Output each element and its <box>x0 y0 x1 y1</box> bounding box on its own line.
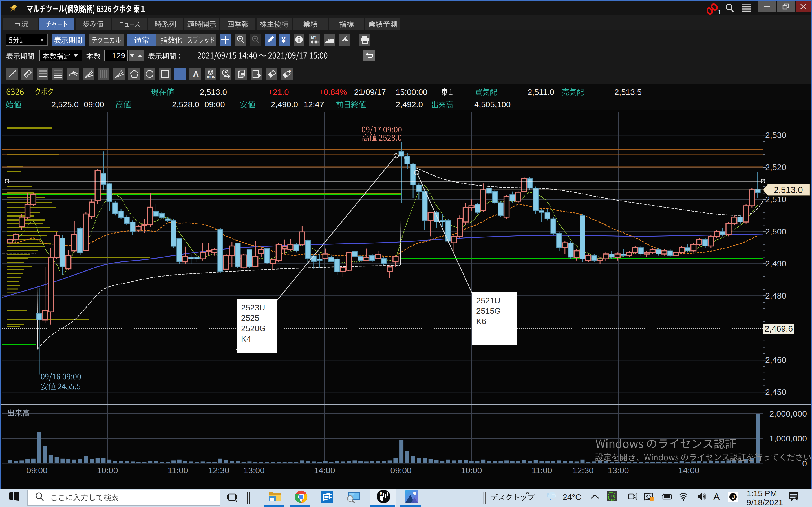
svg-text:2,460: 2,460 <box>765 355 786 364</box>
svg-text:2,513.0: 2,513.0 <box>774 185 803 195</box>
svg-text:2,510: 2,510 <box>765 194 786 204</box>
svg-text:12:30: 12:30 <box>208 466 229 475</box>
svg-text:2515G: 2515G <box>476 306 501 316</box>
svg-text:11:00: 11:00 <box>532 466 552 475</box>
svg-text:09:00: 09:00 <box>26 466 47 475</box>
svg-text:2,500: 2,500 <box>765 227 786 236</box>
svg-text:2,000,000: 2,000,000 <box>769 409 807 418</box>
svg-text:14:00: 14:00 <box>678 466 699 475</box>
svg-text:10:00: 10:00 <box>97 466 118 475</box>
svg-text:12:30: 12:30 <box>572 466 594 475</box>
svg-text:1,000,000: 1,000,000 <box>769 434 807 443</box>
svg-text:13:00: 13:00 <box>608 466 629 475</box>
svg-text:2523U: 2523U <box>241 303 265 312</box>
svg-text:R: R <box>380 491 383 496</box>
svg-text:2,520: 2,520 <box>765 163 786 172</box>
svg-text:2520G: 2520G <box>241 324 266 333</box>
svg-text:09:00: 09:00 <box>390 466 411 475</box>
svg-text:11:00: 11:00 <box>168 466 188 475</box>
svg-text:10:00: 10:00 <box>461 466 482 475</box>
svg-text:14:00: 14:00 <box>314 466 335 475</box>
svg-text:2,480: 2,480 <box>765 291 786 300</box>
svg-text:K6: K6 <box>476 317 486 326</box>
svg-text:2,490: 2,490 <box>765 259 786 268</box>
svg-text:2,530: 2,530 <box>765 130 786 140</box>
svg-text:J: J <box>732 494 735 500</box>
svg-text:2521U: 2521U <box>476 296 500 305</box>
svg-text:2525: 2525 <box>241 314 259 323</box>
svg-text:2,469.6: 2,469.6 <box>765 324 793 333</box>
svg-text:13:00: 13:00 <box>243 466 264 475</box>
svg-text:2,450: 2,450 <box>765 387 786 397</box>
svg-text:K4: K4 <box>241 334 251 343</box>
